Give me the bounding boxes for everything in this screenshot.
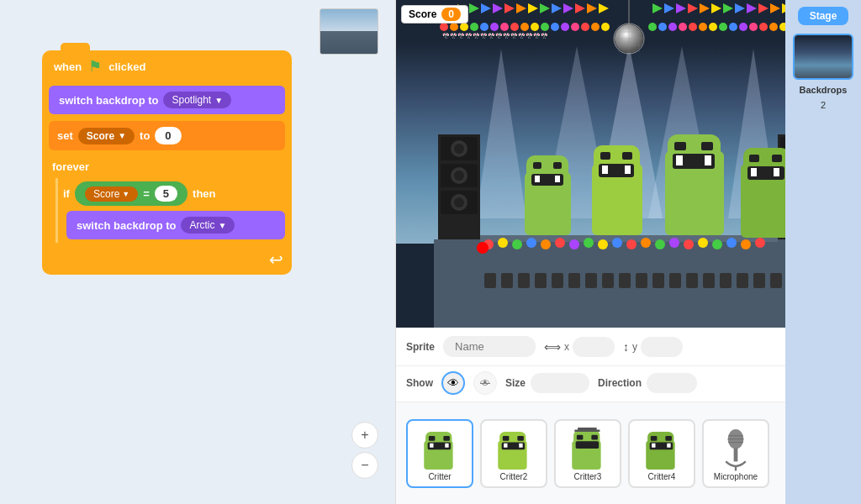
direction-input[interactable] [647,373,697,393]
svg-marker-63 [599,3,609,13]
updown-arrow-icon: ↕ [623,340,629,354]
svg-point-44 [769,23,778,31]
svg-rect-139 [770,273,782,288]
svg-point-27 [561,23,569,31]
equals-sign: = [143,187,150,200]
svg-rect-193 [665,436,672,441]
to-label: to [140,129,150,142]
svg-rect-175 [445,444,448,448]
score-cond-arrow-icon: ▼ [122,190,129,198]
svg-point-29 [581,23,589,31]
svg-marker-58 [540,3,550,13]
show-hidden-button[interactable]: 👁 [473,371,497,395]
five-value: 5 [155,186,177,202]
stage-preview-thumbnail[interactable] [793,34,853,80]
svg-marker-53 [481,3,491,13]
svg-rect-126 [552,273,563,288]
sprite-card-critter[interactable]: Critter [406,419,473,488]
svg-marker-74 [770,3,780,13]
arrows-icon: ⟺ [544,340,561,354]
svg-point-15 [440,23,448,31]
code-editor: when ⚑ clicked switch backdrop to Spotli… [0,0,395,504]
svg-rect-131 [636,273,647,288]
stage-preview-image [795,35,852,78]
svg-point-37 [699,23,707,31]
svg-rect-198 [734,448,738,461]
spotlight-arrow-icon: ▼ [214,96,223,105]
score-init-value: 0 [155,127,181,144]
loop-arrow-icon: ↩ [269,249,283,270]
score-variable-dropdown[interactable]: Score ▼ [78,128,135,144]
y-label: y [632,341,637,353]
svg-point-16 [450,23,458,31]
svg-point-28 [571,23,579,31]
svg-marker-56 [516,3,526,13]
svg-rect-138 [753,273,765,288]
stage-thumbnail [320,8,378,55]
sprite-label: Sprite [406,341,435,353]
sprite-card-microphone[interactable]: Microphone [702,419,769,488]
zoom-out-button[interactable]: − [351,452,378,479]
sprite-name-input[interactable] [443,336,536,357]
svg-rect-137 [737,273,748,288]
svg-marker-54 [493,3,503,13]
x-input[interactable] [573,337,615,357]
svg-marker-52 [469,3,479,13]
svg-rect-125 [535,273,547,288]
svg-marker-71 [735,3,745,13]
svg-point-32 [648,23,657,31]
svg-point-30 [591,23,600,31]
svg-point-35 [679,23,687,31]
svg-rect-182 [519,444,522,448]
condition-block: Score ▼ = 5 [75,181,188,206]
show-visible-button[interactable]: 👁 [441,371,465,395]
x-coord-group: ⟺ x [544,337,615,357]
score-bar: Score 0 [401,5,468,24]
size-input[interactable] [531,373,589,393]
svg-marker-61 [575,3,585,13]
svg-point-41 [739,23,747,31]
score-value: 0 [441,8,461,21]
y-input[interactable] [641,337,683,357]
svg-point-38 [709,23,717,31]
svg-rect-135 [703,273,715,288]
x-label: x [564,341,569,353]
spotlight-dropdown[interactable]: Spotlight ▼ [163,92,231,108]
svg-marker-60 [563,3,573,13]
svg-rect-181 [504,444,507,448]
svg-rect-172 [443,436,450,441]
direction-label: Direction [598,377,642,389]
svg-rect-187 [576,441,600,449]
size-group: Size [505,373,589,393]
zoom-in-button[interactable]: + [351,422,378,449]
stage-tab[interactable]: Stage [798,7,849,25]
blocks-area: when ⚑ clicked switch backdrop to Spotli… [42,50,292,275]
svg-point-40 [729,23,737,31]
svg-point-20 [490,23,499,31]
svg-point-26 [551,23,559,31]
svg-point-39 [719,23,727,31]
backdrops-count: 2 [821,100,826,110]
svg-rect-178 [503,436,510,441]
sprite-name-critter: Critter [428,472,451,481]
backdrops-label: Backdrops [800,85,848,95]
svg-marker-68 [700,3,710,13]
score-cond-dropdown[interactable]: Score ▼ [85,186,138,202]
switch-backdrop-1-label: switch backdrop to [59,94,158,107]
svg-rect-136 [720,273,732,288]
sprite-card-critter3[interactable]: Critter3 [554,419,621,488]
svg-point-24 [531,23,539,31]
svg-marker-67 [688,3,698,13]
arctic-dropdown[interactable]: Arctic ▼ [181,217,235,234]
svg-rect-189 [574,430,600,433]
svg-rect-127 [568,273,580,288]
svg-rect-196 [667,444,670,448]
svg-point-121 [477,242,489,254]
switch-backdrop-2-label: switch backdrop to [77,219,176,232]
sprite-card-critter2[interactable]: Critter2 [480,419,547,488]
svg-marker-55 [504,3,515,13]
svg-point-33 [658,23,667,31]
sprite-card-critter4[interactable]: Critter4 [628,419,695,488]
forever-label: forever [49,157,285,176]
y-coord-group: ↕ y [623,337,683,357]
